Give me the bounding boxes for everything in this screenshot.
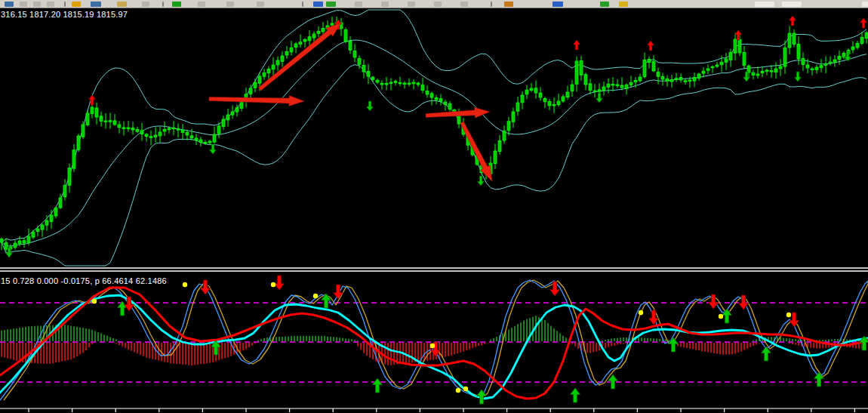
toolbar-icon-sliver[interactable]: [504, 2, 513, 7]
trend-annotation-arrow[interactable]: [460, 122, 492, 181]
red-up-arrow-icon: [574, 40, 580, 50]
toolbar-icon-sliver[interactable]: [33, 2, 41, 7]
red-down-arrow-icon: [550, 282, 560, 296]
red-down-arrow-icon: [125, 297, 134, 311]
candlestick-series: [0, 17, 868, 254]
green-up-arrow-icon: [477, 390, 487, 404]
yellow-dot-icon: [463, 387, 468, 391]
toolbar-icon-sliver[interactable]: [313, 2, 323, 7]
green-up-arrow-icon: [669, 337, 679, 352]
yellow-dot-icon: [271, 282, 275, 287]
sell-zone-red-up-arrows: [89, 16, 867, 105]
yellow-dot-icon: [719, 314, 723, 319]
toolbar-icon-sliver[interactable]: [553, 2, 563, 7]
green-down-arrow-icon: [795, 72, 802, 82]
toolbar-icon-sliver[interactable]: [302, 2, 303, 7]
green-down-arrow-icon: [743, 72, 750, 82]
yellow-dot-icon: [639, 310, 643, 315]
toolbar-icon-sliver[interactable]: [355, 2, 362, 7]
yellow-dot-icon: [430, 344, 435, 348]
yellow-dot-icon: [786, 313, 791, 317]
toolbar-icon-sliver[interactable]: [782, 2, 802, 7]
toolbar-icon-sliver[interactable]: [408, 2, 415, 7]
bollinger-middle-band: [2, 40, 866, 246]
cyan-signal-line: [0, 295, 868, 399]
green-up-arrow-icon: [211, 341, 221, 355]
green-up-arrow-icon: [322, 294, 331, 308]
green-down-arrow-icon: [845, 51, 851, 61]
toolbar-icon-sliver[interactable]: [381, 2, 389, 7]
toolbar-icon-sliver[interactable]: [172, 2, 181, 7]
red-down-arrow-icon: [649, 310, 659, 325]
red-signal-line: [0, 288, 868, 399]
toolbar-icon-sliver[interactable]: [198, 2, 205, 7]
trend-annotation-arrow[interactable]: [209, 96, 304, 106]
toolbar-icon-sliver[interactable]: [162, 2, 164, 7]
green-up-arrow-icon: [762, 347, 771, 361]
toolbar-icon-sliver[interactable]: [20, 2, 27, 7]
indicator-values-readout: 15 0.728 0.000 -0.0175, p 66.4614 62.148…: [1, 276, 167, 285]
toolbar-icon-sliver[interactable]: [862, 2, 868, 7]
toolbar-icon-sliver[interactable]: [491, 2, 492, 7]
red-down-arrow-icon: [709, 294, 719, 309]
indicator-signal-dots: [92, 282, 791, 393]
indicator-signal-arrows: [118, 276, 868, 404]
trading-platform-window: 316.15 1817.20 1815.19 1815.97 15 0.728 …: [0, 0, 868, 413]
gold-fast-line: [4, 280, 868, 400]
toolbar-icon-sliver[interactable]: [5, 2, 14, 7]
trend-annotation-arrow[interactable]: [426, 107, 490, 118]
red-up-arrow-icon: [335, 20, 342, 29]
green-up-arrow-icon: [722, 309, 732, 323]
bollinger-lower-band: [2, 65, 866, 266]
toolbar-icon-sliver[interactable]: [142, 2, 149, 7]
green-down-arrow-icon: [6, 248, 13, 257]
red-down-arrow-icon: [790, 313, 799, 327]
toolbar-icon-sliver[interactable]: [600, 2, 609, 7]
yellow-dot-icon: [92, 299, 97, 304]
toolbar-icon-sliver[interactable]: [326, 2, 336, 7]
red-down-arrow-icon: [431, 342, 441, 356]
toolbar-icon-sliver[interactable]: [47, 2, 54, 7]
red-up-arrow-icon: [648, 41, 654, 51]
toolbar-icon-sliver[interactable]: [64, 2, 66, 7]
green-down-arrow-icon: [210, 144, 217, 154]
red-down-arrow-icon: [201, 280, 211, 294]
time-axis[interactable]: [0, 408, 868, 412]
indicator-level-lines: [0, 303, 868, 382]
toolbar-icon-sliver[interactable]: [434, 2, 442, 7]
green-up-arrow-icon: [608, 374, 618, 389]
toolbar-icon-sliver[interactable]: [91, 2, 101, 7]
indicator-histogram: [2, 316, 865, 365]
annotation-arrows[interactable]: [209, 23, 492, 181]
toolbar-icon-sliver[interactable]: [117, 2, 127, 7]
yellow-dot-icon: [183, 282, 187, 287]
green-up-arrow-icon: [373, 378, 383, 393]
toolbar-icon-sliver[interactable]: [619, 2, 628, 7]
red-down-arrow-icon: [334, 285, 343, 299]
toolbar-icon-sliver[interactable]: [72, 2, 81, 7]
indicator-lines: [0, 280, 868, 400]
toolbar-icon-sliver[interactable]: [226, 2, 234, 7]
toolbar-icon-sliver[interactable]: [257, 2, 264, 7]
green-up-arrow-icon: [118, 301, 128, 316]
chart-canvas[interactable]: [0, 0, 868, 413]
bollinger-upper-band: [2, 10, 866, 242]
green-down-arrow-icon: [367, 101, 374, 111]
bollinger-bands: [2, 10, 866, 266]
ohlc-readout: 316.15 1817.20 1815.19 1815.97: [1, 10, 128, 19]
toolbar[interactable]: [0, 0, 868, 8]
red-down-arrow-icon: [275, 276, 285, 290]
toolbar-icon-sliver[interactable]: [755, 2, 774, 7]
yellow-dot-icon: [313, 294, 318, 298]
red-up-arrow-icon: [860, 18, 867, 28]
red-down-arrow-icon: [739, 295, 749, 310]
green-up-arrow-icon: [860, 336, 868, 350]
blue-fast-line: [0, 280, 868, 400]
trend-annotation-arrow[interactable]: [258, 23, 341, 91]
toolbar-icon-sliver[interactable]: [460, 2, 468, 7]
green-up-arrow-icon: [571, 388, 580, 402]
buy-zone-green-down-arrows: [6, 51, 851, 257]
yellow-dot-icon: [456, 388, 460, 393]
panel-separator[interactable]: [0, 268, 868, 271]
green-down-arrow-icon: [596, 93, 603, 103]
